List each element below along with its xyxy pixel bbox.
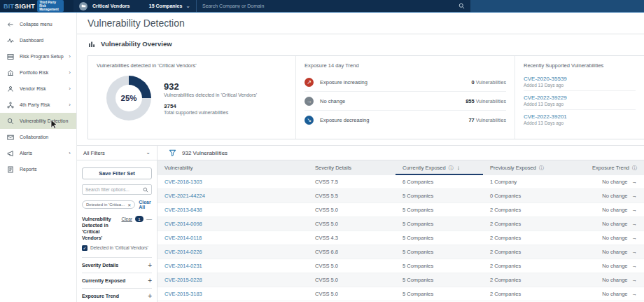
exposure-trend-cell: No change →	[570, 249, 644, 255]
cve-link[interactable]: CVE-2014-0098	[158, 221, 308, 227]
main-content: Vulnerability Detection Vulnerability Ov…	[77, 13, 644, 302]
cve-link[interactable]: CVE-2014-0118	[158, 235, 308, 241]
bitsight-logo[interactable]: BIT SIGHT Third Party Risk Management	[0, 0, 74, 12]
total-count: 3754	[164, 103, 257, 109]
sidebar-item-reports[interactable]: Reports	[0, 161, 76, 177]
exposure-trend-cell: No change →	[570, 179, 644, 185]
sidebar-item-label: Alerts	[20, 151, 32, 156]
chevron-right-icon: ›	[69, 102, 71, 108]
save-filter-set-button[interactable]: Save Filter Set	[82, 167, 152, 179]
header-exposure-trend[interactable]: Exposure Trend ⓘ	[570, 160, 644, 175]
arrow-right-icon: →	[632, 249, 638, 255]
filter-panel: Save Filter Set Detected in 'Critica... …	[77, 160, 158, 302]
exposure-trend-panel: Exposure 14 day Trend ↗ Exposure increas…	[296, 56, 515, 139]
companies-dropdown[interactable]: 15 Companies	[149, 4, 182, 8]
collapse-minus-icon[interactable]: —	[146, 216, 152, 222]
risk-program-icon	[7, 53, 14, 60]
cve-link[interactable]: CVE-2022-39229	[524, 95, 636, 101]
trend-up-icon: ↗	[304, 78, 314, 87]
context-selector: Critical Vendors 15 Companies ⌄	[74, 0, 196, 12]
filter-group-label: Currently Exposed	[82, 278, 125, 283]
sidebar-item-dashboard[interactable]: Dashboard	[0, 32, 76, 48]
cve-link[interactable]: CVE-2021-44224	[158, 193, 308, 199]
sidebar-item-collaboration[interactable]: Collaboration	[0, 129, 76, 145]
clear-filter-link[interactable]: Clear	[121, 217, 132, 221]
cve-link[interactable]: CVE-2022-39201	[524, 114, 636, 120]
logo-tagline: Third Party Risk Management	[37, 0, 64, 12]
trend-value: 0 Vulnerabilities	[472, 79, 506, 85]
currently-exposed-cell: 5 Companies	[396, 277, 483, 283]
arrow-right-icon: →	[632, 291, 638, 297]
recently-supported-panel: Recently Supported Vulnerabilities CVE-2…	[515, 56, 644, 139]
cve-link[interactable]: CVE-2014-0226	[158, 249, 308, 255]
cve-link[interactable]: CVE-2020-35539	[524, 76, 636, 82]
section-title: Vulnerability Overview	[101, 40, 172, 48]
exposure-trend-cell: No change →	[570, 207, 644, 213]
expand-plus-icon[interactable]: +	[148, 261, 152, 269]
info-icon[interactable]: ⓘ	[539, 165, 544, 172]
filter-chip-label: Detected in 'Critica...	[86, 203, 125, 207]
filter-group-severity-details[interactable]: Severity Details +	[82, 257, 152, 273]
vulnerability-table: Vulnerability Severity Details Currently…	[158, 160, 644, 302]
sidebar-item-alerts[interactable]: Alerts ›	[0, 145, 76, 161]
chevron-right-icon: ›	[69, 53, 71, 60]
cve-link[interactable]: CVE-2015-0228	[158, 277, 308, 283]
cve-link[interactable]: CVE-2018-1303	[158, 179, 308, 185]
trend-label: Exposure decreasing	[320, 117, 369, 123]
chevron-right-icon: ›	[69, 85, 71, 92]
table-row: CVE-2021-44224 CVSS 5.5 5 Companies 0 Co…	[158, 189, 644, 203]
search-input[interactable]	[202, 4, 458, 8]
cve-link[interactable]: CVE-2015-3183	[158, 291, 308, 297]
vulnerability-overview-card: Vulnerabilities detected in 'Critical Ve…	[88, 55, 644, 139]
sort-descending-icon[interactable]: ↓	[457, 165, 460, 171]
recent-vulnerability-item: CVE-2020-35539 Added 13 Days ago	[524, 72, 636, 91]
close-icon[interactable]: ✕	[127, 203, 131, 207]
info-icon[interactable]: ⓘ	[449, 165, 454, 172]
sidebar-item-4th-party-risk[interactable]: 4th Party Risk ›	[0, 97, 76, 113]
info-icon[interactable]: ⓘ	[632, 165, 637, 172]
detected-count-caption: Vulnerabilities detected in 'Critical Ve…	[164, 92, 257, 97]
sidebar-item-vulnerability-detection[interactable]: Vulnerability Detection	[0, 113, 76, 129]
table-row: CVE-2015-3183 CVSS 5.0 5 Companies 2 Com…	[158, 287, 644, 301]
expand-plus-icon[interactable]: +	[148, 292, 152, 300]
filter-chip[interactable]: Detected in 'Critica... ✕	[82, 200, 135, 209]
sidebar-item-collapse-menu[interactable]: Collapse menu	[0, 16, 76, 32]
bar-chart-icon	[88, 41, 95, 48]
severity-cell: CVSS 5.0	[308, 207, 396, 213]
header-vulnerability[interactable]: Vulnerability	[158, 160, 308, 175]
sidebar-navigation: Collapse menu Dashboard Risk Program Set…	[0, 13, 77, 302]
result-count-area: 932 Vulnerabilities	[158, 146, 644, 160]
previously-exposed-cell: 2 Companies	[483, 221, 570, 227]
search-icon	[143, 187, 148, 193]
sidebar-item-vendor-risk[interactable]: Vendor Risk ›	[0, 81, 76, 97]
filter-group-exposure-trend[interactable]: Exposure Trend +	[82, 288, 152, 302]
cve-link[interactable]: CVE-2014-0231	[158, 263, 308, 269]
filter-group-currently-exposed[interactable]: Currently Exposed +	[82, 273, 152, 288]
filter-search-input[interactable]	[85, 187, 141, 192]
expand-plus-icon[interactable]: +	[148, 277, 152, 284]
arrow-right-icon: →	[632, 207, 638, 213]
header-severity-details[interactable]: Severity Details	[308, 160, 396, 175]
header-currently-exposed[interactable]: Currently Exposed ⓘ ↓	[396, 160, 483, 175]
checkbox-checked[interactable]: ✓	[82, 245, 88, 251]
previously-exposed-cell: 1 Company	[483, 179, 570, 185]
total-count-caption: Total supported vulnerabilities	[164, 110, 257, 115]
filter-count-badge: 1	[135, 216, 144, 222]
added-date: Added 13 Days ago	[524, 102, 636, 107]
added-date: Added 13 Days ago	[524, 121, 636, 125]
clear-all-link[interactable]: Clear All	[139, 200, 152, 210]
sidebar-item-label: Dashboard	[20, 38, 43, 43]
sidebar-item-portfolio-risk[interactable]: Portfolio Risk ›	[0, 64, 76, 81]
all-filters-dropdown[interactable]: All Filters ⌄	[77, 146, 158, 160]
arrow-right-icon: →	[632, 221, 638, 227]
cve-link[interactable]: CVE-2013-6438	[158, 207, 308, 213]
previously-exposed-cell: 2 Companies	[483, 207, 570, 213]
chevron-right-icon: ›	[69, 150, 71, 156]
search-icon[interactable]	[458, 3, 465, 9]
recent-vulnerability-item: CVE-2022-39229 Added 13 Days ago	[524, 91, 636, 110]
trend-panel-title: Exposure 14 day Trend	[304, 62, 506, 69]
chevron-right-icon: ›	[69, 69, 71, 76]
megaphone-icon	[7, 150, 14, 157]
header-previously-exposed[interactable]: Previously Exposed ⓘ	[483, 160, 570, 175]
sidebar-item-risk-program-setup[interactable]: Risk Program Setup ›	[0, 48, 76, 64]
